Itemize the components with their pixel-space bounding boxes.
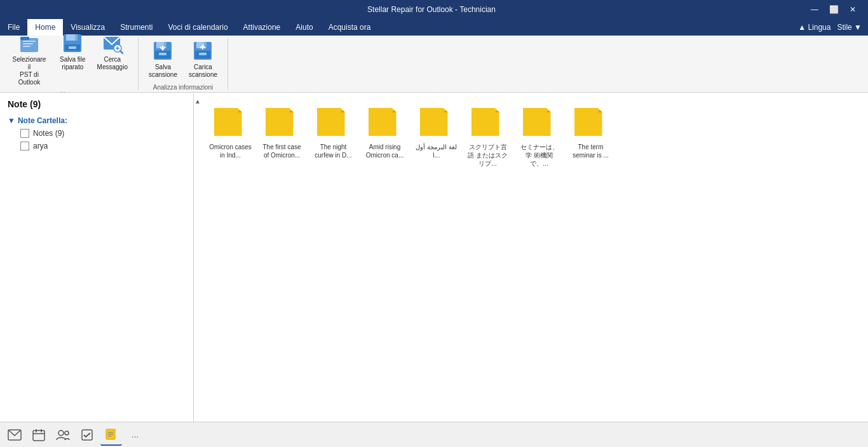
note-fold-8 (598, 108, 602, 112)
svg-rect-7 (75, 34, 78, 41)
stile-label: Stile ▼ (837, 23, 862, 32)
title-bar: Stellar Repair for Outlook - Technician … (0, 0, 868, 19)
mail-button[interactable] (4, 424, 25, 446)
ribbon-buttons-analizza: Salva scansione Carica scansione (145, 37, 221, 81)
note-label-4: Amid rising Omicron ca... (363, 143, 406, 159)
note-fold-3 (341, 108, 345, 112)
note-shape-6 (471, 108, 499, 136)
note-item-8[interactable]: The term seminar is ... (567, 105, 614, 170)
note-icon-5 (420, 108, 453, 141)
tasks-icon (81, 429, 93, 441)
sidebar: Note (9) ▼ Note Cartella: Notes (9) arya (0, 93, 194, 422)
note-shape-1 (214, 108, 242, 136)
note-icon-6 (471, 108, 505, 141)
calendar-button[interactable] (28, 424, 50, 446)
content-wrapper: ▲ Omicron cases in Ind... (194, 93, 868, 422)
menu-right: ▲ Lingua Stile ▼ (798, 19, 868, 36)
app-title: Stellar Repair for Outlook - Technician (57, 5, 806, 14)
chevron-down-icon: ▼ (8, 116, 15, 125)
sidebar-item-arya[interactable]: arya (8, 140, 186, 152)
folder-header-label: Note Cartella: (18, 116, 67, 125)
note-item-6[interactable]: スクリプト言語 またはスクリプ... (464, 105, 512, 170)
svg-rect-19 (159, 53, 166, 55)
svg-line-12 (120, 51, 123, 53)
note-label-3: The night curfew in D... (312, 143, 355, 159)
tasks-button[interactable] (76, 424, 98, 446)
svg-point-31 (65, 431, 69, 435)
svg-rect-1 (20, 37, 29, 40)
note-item-3[interactable]: The night curfew in D... (309, 105, 357, 170)
content-area: Omicron cases in Ind... The first case o… (194, 93, 868, 422)
scroll-arrow-up[interactable]: ▲ (194, 98, 201, 105)
salva-file-label: Salva file riparato (60, 56, 86, 71)
selezionare-button[interactable]: Selezionare il PST di Outlook (6, 29, 52, 89)
ribbon: Selezionare il PST di Outlook Salva file… (0, 36, 868, 93)
sidebar-section: ▼ Note Cartella: Notes (9) arya (0, 113, 193, 154)
svg-rect-6 (66, 34, 76, 41)
minimize-button[interactable]: — (806, 1, 824, 18)
note-item-4[interactable]: Amid rising Omicron ca... (361, 105, 409, 170)
note-icon-1 (214, 108, 247, 141)
cerca-messaggio-label: Cerca Messaggio (97, 56, 128, 71)
note-icon-7 (523, 108, 556, 141)
svg-rect-0 (20, 38, 38, 52)
notes-nav-icon (105, 428, 118, 441)
note-label-6: スクリプト言語 またはスクリプ... (466, 143, 509, 168)
notes-checkbox[interactable] (20, 129, 29, 138)
scroll-indicator: ▲ (194, 95, 201, 424)
mail-icon (8, 429, 22, 441)
note-shape-3 (317, 108, 345, 136)
menu-attivazione[interactable]: Attivazione (236, 19, 288, 36)
cerca-messaggio-icon (101, 32, 124, 55)
salva-scansione-icon (151, 39, 174, 62)
note-shape-2 (266, 108, 294, 136)
note-fold-5 (444, 108, 448, 112)
note-label-2: The first case of Omicron... (261, 143, 303, 159)
salva-file-icon (61, 32, 84, 55)
note-item-1[interactable]: Omicron cases in Ind... (207, 105, 254, 170)
note-shape-7 (523, 108, 551, 136)
carica-scansione-button[interactable]: Carica scansione (185, 37, 221, 81)
ribbon-group-analizza-label: Analizza informazioni (153, 84, 214, 91)
note-icon-2 (266, 108, 299, 141)
sidebar-title: Note (9) (0, 93, 193, 113)
notes-label: Notes (9) (33, 129, 64, 138)
contacts-icon (56, 429, 70, 441)
svg-rect-3 (23, 43, 33, 44)
note-label-8: The term seminar is ... (569, 143, 612, 159)
menu-aiuto[interactable]: Aiuto (288, 19, 320, 36)
ribbon-group-home: Selezionare il PST di Outlook Salva file… (0, 38, 139, 90)
note-label-5: لغة البرمجة أول ا... (415, 143, 458, 159)
salva-scansione-label: Salva scansione (149, 63, 177, 79)
salva-scansione-button[interactable]: Salva scansione (145, 37, 181, 81)
salva-file-button[interactable]: Salva file riparato (56, 29, 90, 74)
note-shape-8 (574, 108, 602, 136)
note-fold-2 (289, 108, 294, 112)
notes-nav-button[interactable] (100, 424, 122, 446)
lingua-label: ▲ Lingua (798, 23, 831, 32)
note-fold-4 (392, 108, 397, 112)
menu-voci-calendario[interactable]: Voci di calendario (161, 19, 236, 36)
sidebar-resize-handle[interactable] (191, 93, 193, 422)
contacts-button[interactable] (52, 424, 74, 446)
note-label-7: セミナーは、学 術機関で、... (518, 143, 560, 168)
menu-acquista-ora[interactable]: Acquista ora (321, 19, 379, 36)
window-controls: — ⬜ ✕ (806, 1, 862, 18)
note-item-5[interactable]: لغة البرمجة أول ا... (412, 105, 460, 170)
calendar-icon (32, 429, 45, 441)
main-area: Note (9) ▼ Note Cartella: Notes (9) arya… (0, 93, 868, 422)
more-button[interactable]: … (125, 424, 146, 446)
sidebar-item-notes[interactable]: Notes (9) (8, 127, 186, 140)
svg-rect-4 (23, 46, 31, 47)
cerca-messaggio-button[interactable]: Cerca Messaggio (93, 29, 132, 74)
note-fold-6 (495, 108, 499, 112)
folder-header[interactable]: ▼ Note Cartella: (8, 114, 186, 127)
note-icon-3 (317, 108, 350, 141)
ribbon-buttons-home: Selezionare il PST di Outlook Salva file… (6, 29, 132, 89)
close-button[interactable]: ✕ (844, 1, 862, 18)
note-item-2[interactable]: The first case of Omicron... (258, 105, 306, 170)
note-fold-7 (546, 108, 551, 112)
note-item-7[interactable]: セミナーは、学 術機関で、... (515, 105, 563, 170)
restore-button[interactable]: ⬜ (825, 1, 843, 18)
arya-checkbox[interactable] (20, 142, 29, 150)
